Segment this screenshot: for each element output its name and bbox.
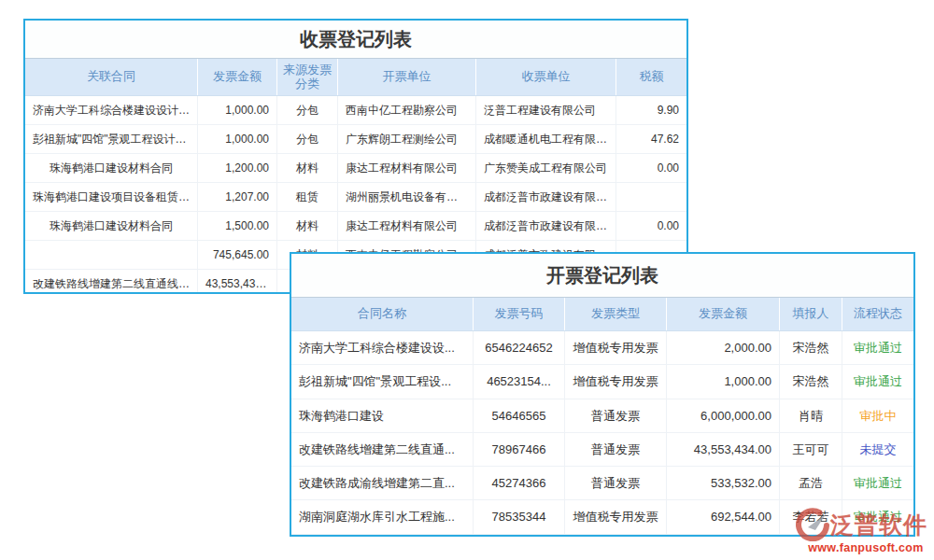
contract-name-link[interactable]: 彭祖新城"四馆"景观工程设...	[291, 365, 474, 398]
invoice-amount-cell: 1,000.00	[198, 96, 277, 124]
tax-amount-cell: 0.00	[616, 154, 686, 182]
invoice-table-row[interactable]: 改建铁路线增建第二线直通... 78967466 普通发票 43,553,434…	[291, 433, 913, 467]
receipt-table-row[interactable]: 珠海鹤港口建设项目设备租赁合同 1,207.00 租赁 湖州丽景机电设备有限公司…	[25, 183, 686, 212]
contract-name-link[interactable]: 济南大学工科综合楼建设设...	[291, 331, 474, 364]
invoice-amount-cell: 1,000.00	[198, 125, 277, 153]
related-contract-cell: 改建铁路线增建第二线直通线（成...	[25, 270, 198, 294]
watermark-url-text: www.fanpusoft.com	[796, 542, 934, 554]
source-category-cell: 分包	[277, 96, 338, 124]
receiver-unit-link[interactable]: 成都泛普市政建设有限公司	[476, 212, 616, 240]
invoice-amount-cell: 6,000,000.00	[667, 399, 780, 432]
column-header-invoice-number: 发票号码	[474, 298, 565, 330]
column-header-receiver-unit: 收票单位	[476, 59, 616, 95]
invoice-number-link[interactable]: 6546224652	[474, 331, 565, 364]
filler-name-link[interactable]: 王可可	[780, 433, 842, 466]
invoice-amount-cell: 43,553,434.00	[198, 270, 277, 294]
invoice-amount-cell: 1,200.00	[198, 154, 277, 182]
receipt-table-header: 关联合同 发票金额 来源发票分类 开票单位 收票单位 税额	[25, 58, 686, 96]
flow-status-badge[interactable]: 审批通过	[842, 365, 913, 398]
issuer-unit-link[interactable]: 西南中亿工程勘察公司	[338, 96, 476, 124]
invoice-number-link[interactable]: 78535344	[474, 500, 565, 533]
invoice-amount-cell: 2,000.00	[667, 331, 780, 364]
invoice-table-row[interactable]: 珠海鹤港口建设 54646565 普通发票 6,000,000.00 肖晴 审批…	[291, 399, 913, 433]
receiver-unit-link[interactable]: 成都暖通机电工程有限公司	[476, 125, 616, 153]
invoice-number-link[interactable]: 54646565	[474, 399, 565, 432]
invoice-amount-cell: 1,500.00	[198, 212, 277, 240]
receiver-unit-link[interactable]: 成都泛普市政建设有限公司	[476, 183, 616, 211]
flow-status-badge[interactable]: 审批通过	[842, 331, 913, 364]
contract-name-link[interactable]: 改建铁路成渝线增建第二直...	[291, 467, 474, 499]
invoice-table-header: 合同名称 发票号码 发票类型 发票金额 填报人 流程状态	[291, 297, 913, 331]
invoice-table-row[interactable]: 改建铁路成渝线增建第二直... 45274366 普通发票 533,532.00…	[291, 467, 913, 500]
filler-name-link[interactable]: 肖晴	[780, 399, 842, 432]
filler-name-link[interactable]: 宋浩然	[780, 331, 842, 364]
column-header-filler: 填报人	[780, 298, 842, 330]
receiver-unit-link[interactable]: 泛普工程建设有限公司	[476, 96, 616, 124]
receipt-table-row[interactable]: 彭祖新城"四馆"景观工程设计项目... 1,000.00 分包 广东辉朗工程测绘…	[25, 125, 686, 154]
invoice-amount-cell: 533,532.00	[667, 467, 780, 499]
invoice-number-link[interactable]: 78967466	[474, 433, 565, 466]
issuer-unit-link[interactable]: 康达工程材料有限公司	[338, 212, 476, 240]
receipt-table-row[interactable]: 珠海鹤港口建设材料合同 1,200.00 材料 康达工程材料有限公司 广东赞美成…	[25, 154, 686, 183]
issuer-unit-link[interactable]: 湖州丽景机电设备有限公司	[338, 183, 476, 211]
fanpu-watermark: 泛普软件 www.fanpusoft.com	[796, 508, 934, 554]
fanpu-logo-icon	[796, 508, 829, 541]
invoice-number-link[interactable]: 45274366	[474, 467, 565, 499]
invoice-type-cell: 增值税专用发票	[565, 365, 667, 398]
column-header-invoice-amount: 发票金额	[198, 59, 277, 95]
tax-amount-cell: 9.90	[616, 96, 686, 124]
column-header-source-category: 来源发票分类	[277, 59, 338, 95]
invoice-type-cell: 普通发票	[565, 467, 667, 499]
filler-name-link[interactable]: 宋浩然	[780, 365, 842, 398]
column-header-flow-status: 流程状态	[842, 298, 913, 330]
column-header-contract-name: 合同名称	[291, 298, 474, 330]
filler-name-link[interactable]: 孟浩	[780, 467, 842, 499]
invoice-type-cell: 增值税专用发票	[565, 500, 667, 533]
receipt-table-row[interactable]: 济南大学工科综合楼建设设计项目... 1,000.00 分包 西南中亿工程勘察公…	[25, 96, 686, 125]
related-contract-cell: 珠海鹤港口建设项目设备租赁合同	[25, 183, 198, 211]
related-contract-cell	[25, 241, 198, 269]
issuer-unit-link[interactable]: 康达工程材料有限公司	[338, 154, 476, 182]
tax-amount-cell: 0.00	[616, 212, 686, 240]
invoice-amount-cell: 1,000.00	[667, 365, 780, 398]
issuer-unit-link[interactable]: 广东辉朗工程测绘公司	[338, 125, 476, 153]
receipt-table-row[interactable]: 珠海鹤港口建设材料合同 1,500.00 材料 康达工程材料有限公司 成都泛普市…	[25, 212, 686, 241]
flow-status-badge[interactable]: 未提交	[842, 433, 913, 466]
column-header-tax: 税额	[616, 59, 686, 95]
invoice-table-row[interactable]: 彭祖新城"四馆"景观工程设... 46523154... 增值税专用发票 1,0…	[291, 365, 913, 399]
flow-status-badge[interactable]: 审批通过	[842, 467, 913, 499]
related-contract-cell: 珠海鹤港口建设材料合同	[25, 212, 198, 240]
column-header-invoice-type: 发票类型	[565, 298, 667, 330]
flow-status-badge[interactable]: 审批中	[842, 399, 913, 432]
related-contract-cell: 济南大学工科综合楼建设设计项目...	[25, 96, 198, 124]
tax-amount-cell: 47.62	[616, 125, 686, 153]
source-category-cell: 分包	[277, 125, 338, 153]
tax-amount-cell	[616, 183, 686, 211]
receiver-unit-link[interactable]: 广东赞美成工程有限公司	[476, 154, 616, 182]
invoice-amount-cell: 692,544.00	[667, 500, 780, 533]
related-contract-cell: 珠海鹤港口建设材料合同	[25, 154, 198, 182]
invoice-type-cell: 增值税专用发票	[565, 331, 667, 364]
invoice-number-link[interactable]: 46523154...	[474, 365, 565, 398]
source-category-cell: 材料	[277, 154, 338, 182]
contract-name-link[interactable]: 珠海鹤港口建设	[291, 399, 474, 432]
source-category-cell: 材料	[277, 212, 338, 240]
contract-name-link[interactable]: 湖南洞庭湖水库引水工程施...	[291, 500, 474, 533]
source-category-cell: 租赁	[277, 183, 338, 211]
contract-name-link[interactable]: 改建铁路线增建第二线直通...	[291, 433, 474, 466]
receipt-table-title: 收票登记列表	[25, 21, 686, 58]
invoice-table-row[interactable]: 济南大学工科综合楼建设设... 6546224652 增值税专用发票 2,000…	[291, 331, 913, 365]
invoice-type-cell: 普通发票	[565, 433, 667, 466]
related-contract-cell: 彭祖新城"四馆"景观工程设计项目...	[25, 125, 198, 153]
watermark-brand-text: 泛普软件	[830, 513, 927, 537]
column-header-invoice-amount: 发票金额	[667, 298, 780, 330]
invoice-registration-table: 开票登记列表 合同名称 发票号码 发票类型 发票金额 填报人 流程状态 济南大学…	[290, 252, 915, 537]
invoice-table-title: 开票登记列表	[291, 254, 913, 297]
invoice-table-body: 济南大学工科综合楼建设设... 6546224652 增值税专用发票 2,000…	[291, 331, 913, 535]
column-header-related-contract: 关联合同	[25, 59, 198, 95]
invoice-type-cell: 普通发票	[565, 399, 667, 432]
column-header-issuer-unit: 开票单位	[338, 59, 476, 95]
invoice-amount-cell: 43,553,434.00	[667, 433, 780, 466]
invoice-amount-cell: 745,645.00	[198, 241, 277, 269]
invoice-amount-cell: 1,207.00	[198, 183, 277, 211]
